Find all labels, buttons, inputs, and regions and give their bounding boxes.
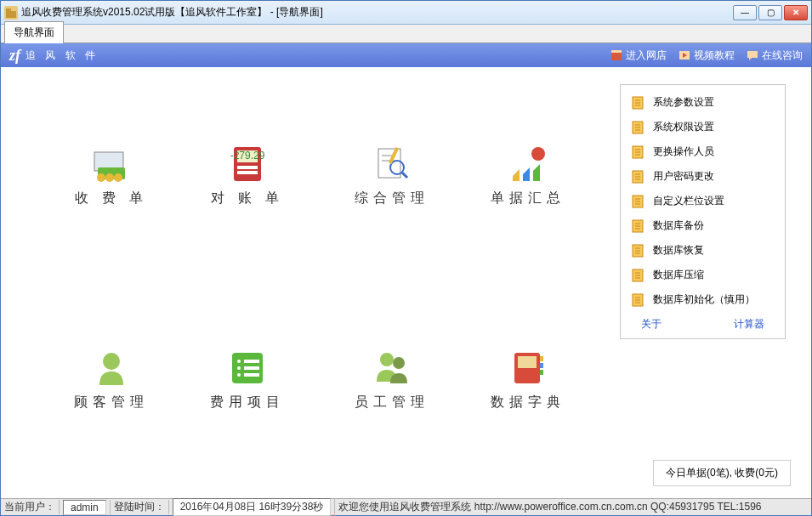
calculator-icon: -279.29 xyxy=(227,144,268,184)
content-area: 收 费 单 -279.29 对 账 单 综合管理 单据汇总 顾客管理 费用项目 xyxy=(1,67,811,498)
svg-rect-7 xyxy=(747,51,758,58)
nav-summary[interactable]: 单据汇总 xyxy=(477,144,579,207)
side-label: 数据库备份 xyxy=(653,218,704,233)
logo-icon: zf xyxy=(9,47,20,65)
shop-icon xyxy=(610,49,622,61)
nav-dict[interactable]: 数据字典 xyxy=(477,348,579,411)
login-label: 登陆时间： xyxy=(114,501,165,513)
nav-label: 单据汇总 xyxy=(477,190,579,207)
tab-row: 导航界面 xyxy=(1,25,811,43)
side-label: 用户密码更改 xyxy=(653,169,714,184)
svg-line-22 xyxy=(402,173,407,178)
people-icon xyxy=(372,348,412,388)
nav-manage[interactable]: 综合管理 xyxy=(341,144,443,207)
nav-fee-bill[interactable]: 收 费 单 xyxy=(60,144,162,207)
money-icon xyxy=(91,144,132,184)
nav-label: 综合管理 xyxy=(341,190,443,207)
side-item-db-restore[interactable]: 数据库恢复 xyxy=(626,240,780,261)
svg-point-31 xyxy=(237,373,241,377)
link-label: 进入网店 xyxy=(626,48,667,63)
close-button[interactable]: ✕ xyxy=(784,5,808,20)
svg-rect-38 xyxy=(540,363,543,368)
nav-label: 费用项目 xyxy=(196,394,298,411)
address-book-icon xyxy=(508,348,548,388)
svg-point-27 xyxy=(237,360,241,363)
svg-rect-16 xyxy=(237,166,258,169)
welcome-text: 欢迎您使用追风收费管理系统 http://www.poweroffice.com… xyxy=(335,500,811,514)
side-label: 数据库恢复 xyxy=(653,243,704,258)
svg-rect-3 xyxy=(611,53,622,60)
top-band: zf 追 风 软 件 进入网店 视频教程 在线咨询 xyxy=(1,43,811,67)
svg-point-33 xyxy=(380,353,394,366)
svg-point-11 xyxy=(105,173,114,182)
svg-point-25 xyxy=(103,353,120,370)
svg-rect-1 xyxy=(6,11,16,18)
calculator-link[interactable]: 计算器 xyxy=(734,317,764,332)
nav-fee-item[interactable]: 费用项目 xyxy=(196,348,298,411)
svg-rect-28 xyxy=(244,360,259,363)
doc-icon xyxy=(631,269,644,282)
today-summary: 今日单据(0笔), 收费(0元) xyxy=(653,460,791,486)
svg-point-24 xyxy=(531,147,545,161)
svg-point-12 xyxy=(114,173,122,182)
user-label: 当前用户： xyxy=(4,501,55,513)
login-value: 2016年04月08日 16时39分38秒 xyxy=(173,498,332,516)
side-panel: 系统参数设置 系统权限设置 更换操作人员 用户密码更改 自定义栏位设置 数据库备… xyxy=(620,84,786,339)
tab-navigation[interactable]: 导航界面 xyxy=(4,21,64,43)
chart-3d-icon xyxy=(508,144,548,184)
link-label: 在线咨询 xyxy=(762,48,803,63)
doc-icon xyxy=(631,170,644,184)
link-video[interactable]: 视频教程 xyxy=(679,48,735,63)
side-label: 系统权限设置 xyxy=(653,120,714,134)
doc-icon xyxy=(631,244,644,258)
svg-point-34 xyxy=(393,357,405,369)
doc-icon xyxy=(631,219,644,233)
nav-label: 对 账 单 xyxy=(196,190,298,207)
doc-icon xyxy=(631,96,644,110)
svg-rect-2 xyxy=(6,9,11,11)
side-item-change-pwd[interactable]: 用户密码更改 xyxy=(626,166,780,187)
nav-reconcile[interactable]: -279.29 对 账 单 xyxy=(196,144,298,207)
svg-rect-39 xyxy=(540,370,543,375)
svg-rect-17 xyxy=(237,171,258,174)
chat-icon xyxy=(747,49,758,61)
link-chat[interactable]: 在线咨询 xyxy=(747,48,803,63)
user-value: admin xyxy=(63,500,106,515)
app-icon xyxy=(4,6,18,20)
doc-icon xyxy=(631,145,644,159)
nav-label: 员工管理 xyxy=(341,394,443,411)
side-item-columns[interactable]: 自定义栏位设置 xyxy=(626,190,780,212)
maximize-button[interactable]: ▢ xyxy=(758,5,782,20)
svg-rect-30 xyxy=(244,366,259,370)
side-item-db-init[interactable]: 数据库初始化（慎用） xyxy=(626,289,780,310)
svg-rect-36 xyxy=(518,356,537,368)
link-shop[interactable]: 进入网店 xyxy=(610,48,667,63)
svg-rect-37 xyxy=(540,356,543,361)
titlebar: 追风收费管理系统v2015.02试用版【追风软件工作室】 - [导航界面] — … xyxy=(1,1,811,25)
svg-text:-279.29: -279.29 xyxy=(230,150,265,162)
side-item-params[interactable]: 系统参数设置 xyxy=(626,92,780,113)
person-icon xyxy=(91,348,132,388)
minimize-button[interactable]: — xyxy=(733,5,757,20)
link-label: 视频教程 xyxy=(694,48,735,63)
svg-rect-4 xyxy=(611,50,622,53)
nav-customer[interactable]: 顾客管理 xyxy=(60,348,162,411)
svg-rect-32 xyxy=(244,373,259,377)
video-icon xyxy=(679,49,690,61)
brand-name: 追 风 软 件 xyxy=(26,48,99,63)
nav-label: 数据字典 xyxy=(477,394,579,411)
list-icon xyxy=(227,348,268,388)
nav-label: 顾客管理 xyxy=(60,394,162,411)
doc-icon xyxy=(631,293,644,307)
svg-point-29 xyxy=(237,366,241,370)
side-label: 数据库压缩 xyxy=(653,268,704,282)
nav-staff[interactable]: 员工管理 xyxy=(341,348,443,411)
side-item-db-backup[interactable]: 数据库备份 xyxy=(626,215,780,236)
side-label: 更换操作人员 xyxy=(653,145,714,159)
about-link[interactable]: 关于 xyxy=(641,317,662,332)
side-label: 数据库初始化（慎用） xyxy=(653,292,755,307)
side-label: 自定义栏位设置 xyxy=(653,194,724,208)
side-item-db-compress[interactable]: 数据库压缩 xyxy=(626,264,780,286)
side-item-switch-user[interactable]: 更换操作人员 xyxy=(626,141,780,162)
side-item-perms[interactable]: 系统权限设置 xyxy=(626,116,780,138)
